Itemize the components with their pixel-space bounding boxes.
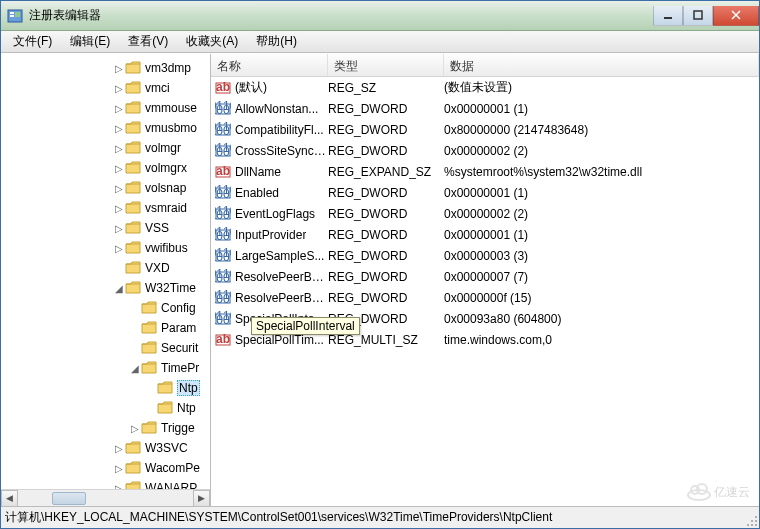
tree-item[interactable]: Securit (1, 338, 210, 358)
value-type: REG_SZ (326, 81, 442, 95)
tree-item[interactable]: ▷Trigge (1, 418, 210, 438)
tree-item[interactable]: ▷vwifibus (1, 238, 210, 258)
tooltip: SpecialPollInterval (251, 317, 360, 335)
registry-value-row[interactable]: 01101001CompatibilityFl...REG_DWORD0x800… (211, 119, 759, 140)
tree-item[interactable]: ▷WacomPe (1, 458, 210, 478)
menu-help[interactable]: 帮助(H) (248, 31, 305, 52)
value-name: CompatibilityFl... (235, 123, 324, 137)
svg-rect-3 (15, 12, 20, 17)
scroll-left-button[interactable]: ◀ (1, 490, 18, 507)
column-header-type[interactable]: 类型 (328, 54, 444, 76)
tree-item[interactable]: ◢TimePr (1, 358, 210, 378)
tree-item[interactable]: VXD (1, 258, 210, 278)
minimize-button[interactable] (653, 6, 683, 26)
tree-horizontal-scrollbar[interactable]: ◀ ▶ (1, 489, 210, 506)
svg-text:ab: ab (216, 80, 230, 94)
menu-edit[interactable]: 编辑(E) (62, 31, 118, 52)
tree-expander-icon[interactable]: ▷ (113, 223, 125, 234)
value-name: EventLogFlags (235, 207, 315, 221)
value-name: LargeSampleS... (235, 249, 324, 263)
status-path: 计算机\HKEY_LOCAL_MACHINE\SYSTEM\ControlSet… (5, 509, 552, 526)
tree-item[interactable]: ◢W32Time (1, 278, 210, 298)
tree-expander-icon[interactable]: ▷ (113, 443, 125, 454)
svg-point-48 (751, 524, 753, 526)
tree-expander-icon[interactable]: ▷ (113, 123, 125, 134)
tree-expander-icon[interactable]: ◢ (113, 283, 125, 294)
tree-pane[interactable]: ▷vm3dmp▷vmci▷vmmouse▷vmusbmo▷volmgr▷volm… (1, 54, 211, 506)
tree-item[interactable]: ▷vm3dmp (1, 58, 210, 78)
tree-expander-icon[interactable]: ▷ (129, 423, 141, 434)
value-name: AllowNonstan... (235, 102, 318, 116)
value-type: REG_DWORD (326, 207, 442, 221)
tree-item[interactable]: ▷VSS (1, 218, 210, 238)
tree-label: volmgrx (145, 161, 187, 175)
menu-view[interactable]: 查看(V) (120, 31, 176, 52)
menu-file[interactable]: 文件(F) (5, 31, 60, 52)
tree-item[interactable]: Ntp (1, 398, 210, 418)
tree-expander-icon[interactable]: ▷ (113, 63, 125, 74)
value-type: REG_DWORD (326, 291, 442, 305)
value-type: REG_DWORD (326, 123, 442, 137)
tree-expander-icon[interactable]: ◢ (129, 363, 141, 374)
tree-label: Ntp (177, 401, 196, 415)
tree-expander-icon[interactable]: ▷ (113, 83, 125, 94)
tree-label: W32Time (145, 281, 196, 295)
close-button[interactable] (713, 6, 759, 26)
window-title: 注册表编辑器 (29, 7, 653, 24)
list-body[interactable]: ab(默认)REG_SZ(数值未设置)01101001AllowNonstan.… (211, 77, 759, 506)
registry-value-row[interactable]: 01101001EventLogFlagsREG_DWORD0x00000002… (211, 203, 759, 224)
menubar: 文件(F) 编辑(E) 查看(V) 收藏夹(A) 帮助(H) (1, 31, 759, 53)
tree-item[interactable]: Config (1, 298, 210, 318)
tree-item[interactable]: ▷vmusbmo (1, 118, 210, 138)
value-name: CrossSiteSyncF... (235, 144, 326, 158)
tree-label: VSS (145, 221, 169, 235)
tree-item[interactable]: ▷volsnap (1, 178, 210, 198)
svg-rect-1 (10, 12, 14, 14)
scroll-thumb[interactable] (52, 492, 86, 505)
menu-favorites[interactable]: 收藏夹(A) (178, 31, 246, 52)
svg-text:ab: ab (216, 332, 230, 346)
tree-expander-icon[interactable]: ▷ (113, 463, 125, 474)
value-name: Enabled (235, 186, 279, 200)
tree-expander-icon[interactable]: ▷ (113, 143, 125, 154)
registry-value-row[interactable]: 01101001ResolvePeerBa...REG_DWORD0x00000… (211, 287, 759, 308)
tree-item[interactable]: ▷vsmraid (1, 198, 210, 218)
tree-item[interactable]: Ntp (1, 378, 210, 398)
registry-value-row[interactable]: 01101001EnabledREG_DWORD0x00000001 (1) (211, 182, 759, 203)
tree-item[interactable]: ▷vmmouse (1, 98, 210, 118)
registry-value-row[interactable]: 01101001InputProviderREG_DWORD0x00000001… (211, 224, 759, 245)
tree-expander-icon[interactable]: ▷ (113, 103, 125, 114)
tree-label: Param (161, 321, 196, 335)
tree-expander-icon[interactable]: ▷ (113, 163, 125, 174)
svg-text:1001: 1001 (215, 229, 231, 243)
tree-expander-icon[interactable]: ▷ (113, 203, 125, 214)
value-data: (数值未设置) (442, 79, 759, 96)
scroll-track[interactable] (18, 490, 193, 507)
column-header-data[interactable]: 数据 (444, 54, 759, 76)
tree-item[interactable]: Param (1, 318, 210, 338)
value-type: REG_EXPAND_SZ (326, 165, 442, 179)
titlebar[interactable]: 注册表编辑器 (1, 1, 759, 31)
registry-value-row[interactable]: 01101001CrossSiteSyncF...REG_DWORD0x0000… (211, 140, 759, 161)
tree-expander-icon[interactable]: ▷ (113, 183, 125, 194)
registry-value-row[interactable]: ab(默认)REG_SZ(数值未设置) (211, 77, 759, 98)
registry-value-row[interactable]: 01101001LargeSampleS...REG_DWORD0x000000… (211, 245, 759, 266)
tree-item[interactable]: ▷volmgr (1, 138, 210, 158)
scroll-right-button[interactable]: ▶ (193, 490, 210, 507)
resize-grip-icon[interactable] (744, 513, 758, 527)
value-data: 0x00000003 (3) (442, 249, 759, 263)
value-name: InputProvider (235, 228, 306, 242)
tree-item[interactable]: ▷W3SVC (1, 438, 210, 458)
maximize-button[interactable] (683, 6, 713, 26)
window-buttons (653, 6, 759, 26)
registry-value-row[interactable]: 01101001AllowNonstan...REG_DWORD0x000000… (211, 98, 759, 119)
value-name: DllName (235, 165, 281, 179)
tree-item[interactable]: ▷volmgrx (1, 158, 210, 178)
registry-value-row[interactable]: 01101001ResolvePeerBa...REG_DWORD0x00000… (211, 266, 759, 287)
tooltip-text: SpecialPollInterval (256, 319, 355, 333)
tree-expander-icon[interactable]: ▷ (113, 243, 125, 254)
tree-item[interactable]: ▷vmci (1, 78, 210, 98)
registry-value-row[interactable]: abDllNameREG_EXPAND_SZ%systemroot%\syste… (211, 161, 759, 182)
svg-text:1001: 1001 (215, 124, 231, 138)
column-header-name[interactable]: 名称 (211, 54, 328, 76)
